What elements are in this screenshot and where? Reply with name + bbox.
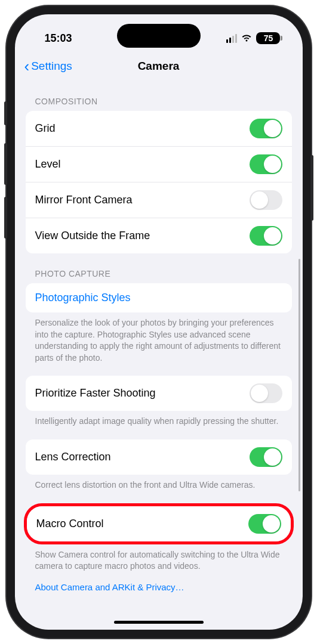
macro-control-group: Macro Control [27, 506, 291, 541]
row-label: View Outside the Frame [35, 230, 150, 242]
battery-icon: 75 [256, 32, 280, 44]
toggle-macro-control[interactable] [248, 514, 281, 534]
row-prioritize-faster-shooting: Prioritize Faster Shooting [26, 376, 292, 411]
footer-photographic-styles: Personalize the look of your photos by b… [26, 312, 292, 364]
row-label: Prioritize Faster Shooting [35, 387, 156, 400]
status-time: 15:03 [45, 32, 72, 45]
row-level: Level [26, 146, 292, 182]
section-header-photo-capture: PHOTO CAPTURE [26, 253, 292, 283]
side-button [4, 197, 7, 239]
back-label: Settings [31, 60, 72, 73]
toggle-lens-correction[interactable] [250, 447, 282, 467]
row-photographic-styles[interactable]: Photographic Styles [26, 283, 292, 312]
toggle-prioritize-faster-shooting[interactable] [250, 383, 282, 403]
row-mirror-front-camera: Mirror Front Camera [26, 182, 292, 218]
toggle-grid[interactable] [250, 119, 282, 138]
side-button [310, 155, 313, 221]
highlight-annotation: Macro Control [24, 503, 294, 544]
photographic-styles-group: Photographic Styles [26, 283, 292, 312]
page-title: Camera [138, 60, 180, 73]
content-area[interactable]: COMPOSITION Grid Level Mirror Front Came… [15, 81, 303, 625]
footer-macro-control: Show Camera control for automatically sw… [26, 544, 292, 572]
home-indicator[interactable] [114, 621, 204, 624]
composition-group: Grid Level Mirror Front Camera View Outs… [26, 111, 292, 253]
toggle-view-outside-frame[interactable] [250, 226, 282, 246]
signal-icon [226, 34, 237, 43]
side-button [4, 101, 7, 125]
navigation-bar: ‹ Settings Camera [15, 50, 303, 81]
row-label: Mirror Front Camera [35, 194, 133, 206]
row-label: Macro Control [36, 518, 104, 530]
scroll-indicator[interactable] [298, 259, 300, 491]
toggle-level[interactable] [250, 154, 282, 174]
row-grid: Grid [26, 111, 292, 146]
row-label: Level [35, 158, 61, 171]
wifi-icon [241, 34, 252, 42]
row-lens-correction: Lens Correction [26, 439, 292, 475]
about-camera-link[interactable]: About Camera and ARKit & Privacy… [26, 572, 292, 592]
row-label: Grid [35, 122, 56, 135]
screen: 15:03 75 ‹ Settings [15, 14, 303, 630]
back-button[interactable]: ‹ Settings [24, 58, 72, 74]
faster-shooting-group: Prioritize Faster Shooting [26, 376, 292, 411]
footer-lens-correction: Correct lens distortion on the front and… [26, 475, 292, 491]
row-macro-control: Macro Control [27, 506, 291, 541]
side-button [4, 143, 7, 185]
section-header-composition: COMPOSITION [26, 81, 292, 111]
chevron-left-icon: ‹ [24, 58, 30, 74]
phone-frame: 15:03 75 ‹ Settings [7, 6, 311, 638]
footer-faster-shooting: Intelligently adapt image quality when r… [26, 411, 292, 428]
row-label: Lens Correction [35, 451, 111, 463]
toggle-mirror-front-camera[interactable] [250, 190, 282, 210]
dynamic-island [117, 24, 201, 48]
lens-correction-group: Lens Correction [26, 439, 292, 475]
row-view-outside-frame: View Outside the Frame [26, 218, 292, 253]
row-label: Photographic Styles [35, 292, 131, 304]
